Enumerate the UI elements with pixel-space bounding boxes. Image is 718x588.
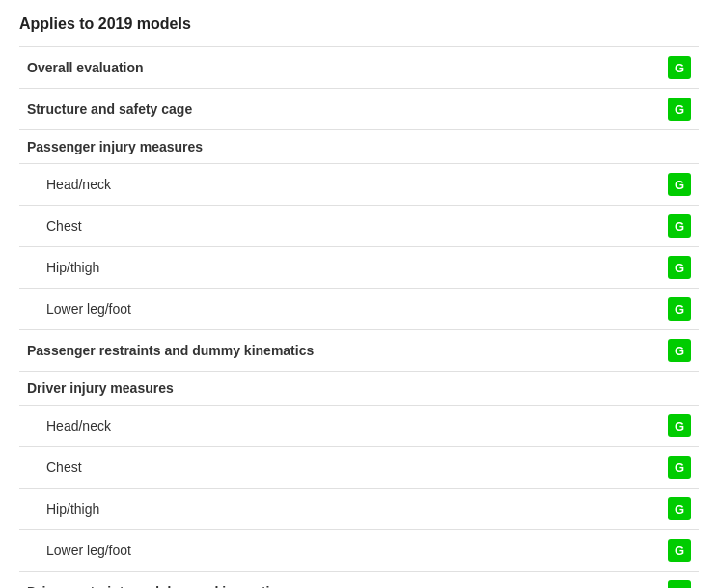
rating-badge-g: G: [668, 297, 691, 321]
rating-badge-g: G: [668, 497, 691, 520]
table-row: ChestG: [19, 447, 699, 489]
rating-badge-g: G: [668, 214, 691, 238]
badge-cell: [660, 372, 699, 406]
row-label: Passenger restraints and dummy kinematic…: [19, 330, 660, 372]
row-label: Chest: [19, 206, 660, 247]
rating-badge-g: G: [668, 414, 691, 437]
main-container: Applies to 2019 models Overall evaluatio…: [0, 0, 718, 588]
rating-badge-g: G: [668, 580, 691, 588]
rating-badge-g: G: [668, 456, 691, 479]
badge-cell: G: [660, 406, 699, 447]
table-row: Lower leg/footG: [19, 530, 699, 572]
table-row: Lower leg/footG: [19, 289, 699, 330]
row-label: Passenger injury measures: [19, 130, 660, 164]
table-row: Hip/thighG: [19, 489, 699, 530]
table-row: Structure and safety cageG: [19, 89, 699, 130]
table-row: Head/neckG: [19, 406, 699, 447]
page-title: Applies to 2019 models: [19, 15, 699, 33]
table-row: Overall evaluationG: [19, 47, 699, 89]
table-row: Driver injury measures: [19, 372, 699, 406]
badge-cell: G: [660, 89, 699, 130]
badge-cell: G: [660, 530, 699, 572]
row-label: Head/neck: [19, 406, 660, 447]
row-label: Hip/thigh: [19, 247, 660, 289]
table-row: ChestG: [19, 206, 699, 247]
rating-badge-g: G: [668, 539, 691, 562]
badge-cell: G: [660, 247, 699, 289]
row-label: Lower leg/foot: [19, 530, 660, 572]
table-row: Passenger restraints and dummy kinematic…: [19, 330, 699, 372]
rating-badge-g: G: [668, 256, 691, 279]
badge-cell: G: [660, 47, 699, 89]
row-label: Structure and safety cage: [19, 89, 660, 130]
row-label: Driver restraints and dummy kinematics: [19, 572, 660, 589]
badge-cell: G: [660, 206, 699, 247]
row-label: Chest: [19, 447, 660, 489]
row-label: Lower leg/foot: [19, 289, 660, 330]
badge-cell: G: [660, 164, 699, 206]
badge-cell: G: [660, 489, 699, 530]
rating-badge-g: G: [668, 98, 691, 121]
row-label: Driver injury measures: [19, 372, 660, 406]
row-label: Overall evaluation: [19, 47, 660, 89]
table-row: Driver restraints and dummy kinematicsG: [19, 572, 699, 589]
badge-cell: G: [660, 330, 699, 372]
table-row: Passenger injury measures: [19, 130, 699, 164]
badge-cell: [660, 130, 699, 164]
rating-badge-g: G: [668, 339, 691, 362]
row-label: Hip/thigh: [19, 489, 660, 530]
rating-badge-g: G: [668, 56, 691, 79]
rating-badge-g: G: [668, 173, 691, 196]
table-row: Hip/thighG: [19, 247, 699, 289]
badge-cell: G: [660, 447, 699, 489]
badge-cell: G: [660, 572, 699, 589]
table-row: Head/neckG: [19, 164, 699, 206]
ratings-table: Overall evaluationGStructure and safety …: [19, 46, 699, 588]
badge-cell: G: [660, 289, 699, 330]
row-label: Head/neck: [19, 164, 660, 206]
